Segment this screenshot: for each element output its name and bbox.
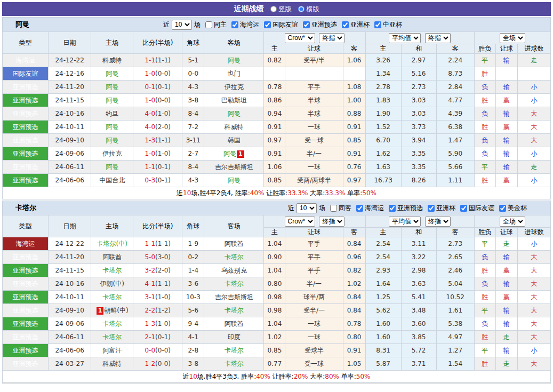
league-filter[interactable]: 亚洲预选 — [300, 20, 338, 29]
win-lose-cell: 胜 — [474, 94, 495, 107]
result-text: 输 — [503, 307, 510, 314]
result-text: 赢 — [503, 293, 510, 301]
team-label: 卡塔尔 — [225, 280, 244, 287]
fulltime-score: 1-3 — [145, 137, 155, 144]
red-card-badge: 1 — [97, 307, 104, 315]
handicap-text: 半球 — [308, 97, 320, 104]
home-team-cell: 伊朗(中) — [91, 277, 133, 291]
league-filter[interactable]: 中亚杯 — [372, 20, 403, 29]
league-filter[interactable]: 亚洲杯 — [425, 204, 456, 213]
home-team-cell: 阿联酋 — [91, 251, 133, 264]
odds-text: 1.54 — [448, 360, 462, 367]
league-checkbox[interactable] — [389, 205, 396, 212]
recent-count-select[interactable]: 10 — [296, 203, 317, 213]
halftime-score: (0-1) — [155, 83, 171, 91]
league-filter[interactable]: 海湾运 — [354, 204, 385, 213]
league-checkbox[interactable] — [231, 21, 238, 28]
league-checkbox[interactable] — [460, 205, 467, 212]
team-label: 阿曼 — [228, 177, 241, 184]
result-text: 负 — [482, 320, 488, 327]
odds-text: 0.97 — [268, 137, 282, 144]
competition-label: 亚洲预选 — [13, 97, 38, 104]
average-select[interactable]: 平均值 — [389, 33, 421, 43]
team-label: 阿曼 — [228, 57, 241, 64]
odds-text: 0.91 — [347, 123, 362, 131]
avg-home-odds: 1.63 — [365, 161, 401, 174]
layout-option-vertical[interactable]: 竖版 — [270, 5, 292, 14]
avg-draw-odds: 2.98 — [401, 264, 436, 277]
bookmaker-select[interactable]: Crow* — [285, 33, 315, 43]
handicap-result-cell: 输 — [495, 317, 517, 331]
competition-label: 亚洲预选 — [13, 83, 38, 91]
column-header: 客场 — [204, 32, 264, 54]
avg-home-odds: 1.60 — [365, 317, 401, 331]
league-checkbox[interactable] — [264, 21, 271, 28]
avg-draw-odds: 5.16 — [401, 67, 436, 81]
league-checkbox[interactable] — [428, 205, 435, 212]
fulltime-select[interactable]: 全场 — [500, 217, 525, 227]
odds-text: 2.98 — [412, 267, 426, 274]
league-filter[interactable]: 国际友谊 — [261, 20, 299, 29]
team-name: 阿曼 — [15, 20, 29, 29]
home-team-cell: 1朝鲜(中) — [91, 304, 133, 317]
vertical-radio[interactable] — [270, 6, 277, 12]
league-filter[interactable]: 亚洲预选 — [386, 204, 424, 213]
date-cell: 24-09-06 — [49, 147, 91, 161]
goals-result-cell: 小 — [517, 147, 550, 161]
same-venue-checkbox[interactable] — [205, 21, 212, 28]
team-label: 阿曼 — [106, 83, 118, 91]
bookmaker-select[interactable]: Crow* — [285, 217, 315, 227]
final-average-select[interactable]: 终指 — [425, 33, 451, 43]
final-average-select[interactable]: 终指 — [425, 217, 451, 227]
avg-home-odds: 16.73 — [365, 174, 401, 187]
corner-cell: 0-2 — [182, 251, 204, 264]
corner-cell: 5-1 — [182, 54, 204, 67]
handicap-away-odds: 0.88 — [343, 107, 365, 121]
summary-text: 场,胜4平2负4, 胜率: — [191, 189, 250, 197]
result-text: 胜 — [482, 177, 488, 184]
odds-text: 0.96 — [347, 253, 362, 261]
same-venue-checkbox[interactable] — [330, 205, 337, 212]
competition-badge: 亚洲预选 — [3, 317, 49, 331]
corner-cell: 4-1 — [182, 331, 204, 344]
league-filter[interactable]: 海湾运 — [229, 20, 260, 29]
league-checkbox[interactable] — [356, 205, 363, 212]
column-header: 主 — [264, 44, 285, 54]
column-header: 和 — [401, 44, 436, 54]
league-filter[interactable]: 美金杯 — [496, 204, 528, 213]
league-filter[interactable]: 亚洲杯 — [339, 20, 371, 29]
same-venue-filter[interactable]: 同客 — [327, 204, 352, 213]
fulltime-select[interactable]: 全场 — [500, 33, 525, 43]
fulltime-score: 0-0 — [145, 347, 155, 354]
odds-text: 3.35 — [412, 150, 426, 157]
league-checkbox[interactable] — [342, 21, 349, 28]
handicap-line: 半球 — [285, 94, 343, 107]
average-select[interactable]: 平均值 — [389, 217, 421, 227]
date-cell: 24-09-10 — [49, 134, 91, 147]
avg-draw-odds: 3.73 — [401, 121, 436, 134]
layout-option-horizontal[interactable]: 横版 — [298, 5, 319, 14]
goals-result-cell: 大 — [517, 107, 550, 121]
final-odds-select[interactable]: 终指 — [319, 33, 344, 43]
league-filter[interactable]: 国际友谊 — [458, 204, 495, 213]
fulltime-score: 1-2 — [145, 360, 155, 367]
odds-text: 0.85 — [268, 347, 282, 354]
column-header: 让球 — [495, 228, 517, 237]
odds-text: 0.98 — [268, 293, 282, 301]
avg-away-odds: 1.61 — [436, 304, 474, 317]
league-checkbox[interactable] — [374, 21, 381, 28]
odds-text: 0.97 — [347, 177, 362, 184]
horizontal-radio[interactable] — [298, 6, 304, 12]
handicap-home-odds: 1.02 — [264, 331, 285, 344]
league-checkbox[interactable] — [499, 205, 506, 212]
final-odds-select[interactable]: 终指 — [319, 217, 344, 227]
win-lose-cell: 胜 — [474, 291, 495, 304]
handicap-away-odds: 0.76 — [343, 161, 365, 174]
league-checkbox[interactable] — [303, 21, 310, 28]
recent-count-select[interactable]: 10 — [172, 20, 192, 30]
date-cell: 24-09-06 — [49, 317, 91, 331]
same-venue-filter[interactable]: 同主 — [203, 20, 228, 29]
match-row: 亚洲预选24-10-16伊朗(中)4-1(1-1)3-6卡塔尔0.80半/一1.… — [3, 277, 551, 291]
date-text: 24-09-06 — [55, 320, 84, 327]
handicap-away-odds: 1.02 — [343, 277, 365, 291]
